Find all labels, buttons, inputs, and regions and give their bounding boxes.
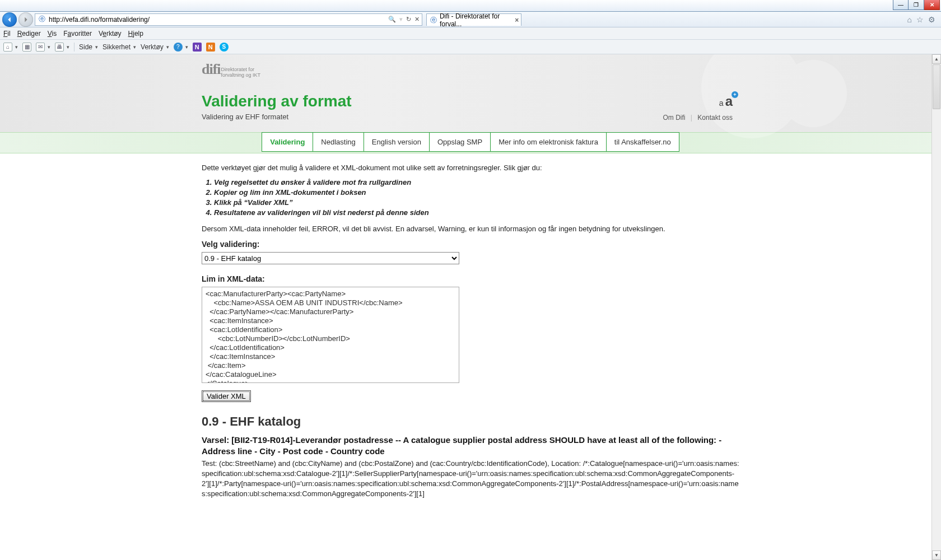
toolbar-tools-menu[interactable]: Verktøy — [141, 43, 169, 51]
toolbar-help-icon[interactable]: ? — [174, 43, 188, 52]
browser-tabstrip: ⓔ Difi - Direktoratet for forval... × — [424, 13, 521, 26]
back-button[interactable] — [2, 12, 17, 27]
url-input[interactable] — [49, 16, 386, 24]
feeds-icon: ▦ — [22, 43, 31, 52]
menu-tools[interactable]: Verktøy — [99, 30, 122, 38]
search-mode-icon[interactable]: 🔍 — [388, 16, 396, 23]
menu-help[interactable]: Hjelp — [128, 30, 143, 38]
mail-icon: ✉ — [36, 43, 45, 52]
toolbar-skype-icon[interactable]: S — [220, 43, 229, 52]
tab-close-icon[interactable]: × — [515, 16, 519, 24]
close-button[interactable]: ✕ — [924, 0, 940, 10]
onenote-icon: N — [193, 43, 202, 52]
forward-button[interactable] — [18, 12, 33, 27]
stop-icon[interactable]: ✕ — [414, 16, 420, 23]
settings-icon[interactable]: ⚙ — [928, 15, 935, 24]
menu-edit[interactable]: Rediger — [17, 30, 41, 38]
address-tools: 🔍 ▾ ↻ ✕ — [388, 16, 420, 23]
home-icon[interactable]: ⌂ — [907, 15, 912, 24]
print-icon: 🖶 — [55, 43, 64, 52]
browser-toolbar: ⌂ ▦ ✉ 🖶 Side Sikkerhet Verktøy ? N N S — [0, 40, 941, 54]
page-favicon: ⓔ — [38, 15, 46, 24]
menu-file[interactable]: FFilil — [3, 30, 11, 38]
toolbar-security-menu[interactable]: Sikkerhet — [103, 43, 136, 51]
skype-icon: S — [220, 43, 229, 52]
toolbar-onenote-icon[interactable]: N — [193, 43, 202, 52]
refresh-icon[interactable]: ↻ — [406, 16, 411, 23]
minimize-button[interactable]: — — [893, 0, 909, 10]
home-small-icon: ⌂ — [3, 43, 12, 52]
browser-tab[interactable]: ⓔ Difi - Direktoratet for forval... × — [426, 13, 521, 26]
toolbar-print-dropdown[interactable]: 🖶 — [55, 43, 69, 52]
menu-favorites[interactable]: Favoritter — [63, 30, 92, 38]
favorites-icon[interactable]: ☆ — [916, 15, 924, 24]
toolbar-separator — [74, 43, 74, 52]
browser-navbar: ⓔ 🔍 ▾ ↻ ✕ ⓔ Difi - Direktoratet for forv… — [0, 12, 941, 27]
toolbar-onenote-linked-icon[interactable]: N — [206, 43, 215, 52]
maximize-button[interactable]: ❐ — [909, 0, 924, 10]
menu-view[interactable]: Vis — [48, 30, 57, 38]
help-icon: ? — [174, 43, 183, 52]
browser-menubar: FFilil Rediger Vis Favoritter Verktøy Hj… — [0, 27, 941, 40]
tab-title: Difi - Direktoratet for forval... — [440, 12, 516, 28]
toolbar-side-menu[interactable]: Side — [79, 43, 98, 51]
tab-favicon: ⓔ — [429, 16, 437, 25]
toolbar-home-dropdown[interactable]: ⌂ — [3, 43, 18, 52]
toolbar-feeds-icon[interactable]: ▦ — [22, 43, 31, 52]
address-bar[interactable]: ⓔ 🔍 ▾ ↻ ✕ — [35, 13, 422, 26]
toolbar-mail-dropdown[interactable]: ✉ — [36, 43, 50, 52]
window-titlebar: — ❐ ✕ — [0, 0, 941, 12]
onenote-send-icon: N — [206, 43, 215, 52]
